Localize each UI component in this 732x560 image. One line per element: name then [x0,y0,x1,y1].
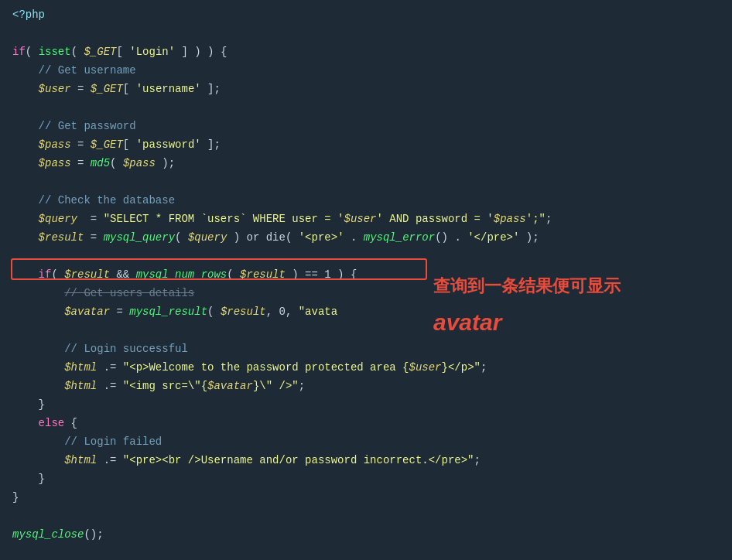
code-line-blank-5 [0,323,732,342]
code-line-html-fail: $html .= "<pre><br />Username and/or pas… [0,453,732,472]
code-line-close-outer-if: } [0,490,732,509]
code-line-comment-db: // Check the database [0,193,732,212]
code-line-else: else { [0,416,732,435]
code-line-comment-password: // Get password [0,119,732,138]
code-line-pass: $pass = $_GET[ 'password' ]; [0,138,732,156]
code-line-avatar: $avatar = mysql_result( $result, 0, "ava… [0,305,732,323]
code-line-comment-username: // Get username [0,63,732,82]
code-line-blank-7 [0,546,732,560]
code-line-blank-2 [0,101,732,119]
code-line-close-if: } [0,398,732,416]
code-line-comment-details: // Get users details [0,286,732,305]
code-line-query: $query = "SELECT * FROM `users` WHERE us… [0,212,732,230]
code-line-blank-4 [0,249,732,268]
code-line-html-welcome: $html .= "<p>Welcome to the password pro… [0,360,732,379]
code-line-md5: $pass = md5( $pass ); [0,156,732,175]
code-line-comment-failed: // Login failed [0,435,732,453]
code-line-mysql-close: mysql_close(); [0,528,732,546]
php-open-tag: <?php [12,9,45,21]
code-line-if-isset: if( isset( $_GET[ 'Login' ] ) ) { [0,45,732,63]
code-line-if-result: if( $result && mysql_num_rows( $result )… [0,268,732,286]
annotation-query-result: 查询到一条结果便可显示 [433,275,621,298]
code-line-result: $result = mysql_query( $query ) or die( … [0,230,732,249]
code-line-html-img: $html .= "<img src=\"{$avatar}\" />"; [0,379,732,398]
code-line-blank-3 [0,175,732,193]
code-container: <?php if( isset( $_GET[ 'Login' ] ) ) { … [0,0,732,560]
code-line-user: $user = $_GET[ 'username' ]; [0,82,732,101]
code-line-comment-success: // Login successful [0,342,732,360]
code-line-close-else: } [0,472,732,490]
code-line-1: <?php [0,8,732,26]
code-line-blank-6 [0,509,732,528]
code-line-blank-1 [0,26,732,45]
annotation-avatar-label: avatar [433,309,501,336]
